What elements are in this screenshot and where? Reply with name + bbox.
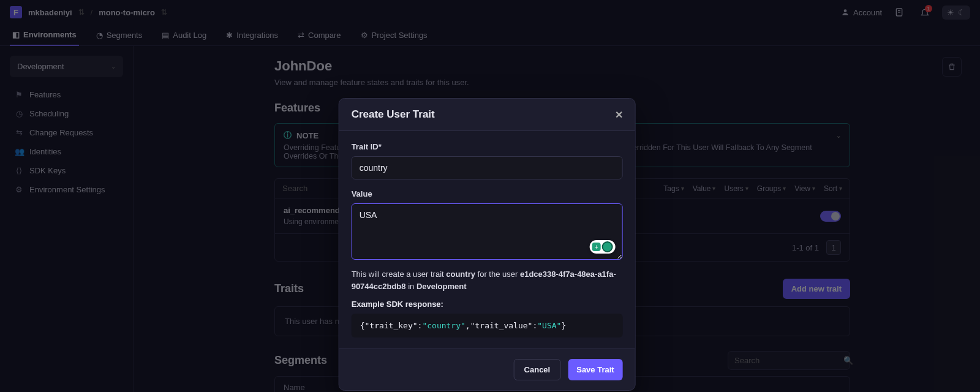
create-trait-modal: Create User Trait ✕ Trait ID* Value + Th… [339,98,636,391]
grammarly-icon[interactable]: + [590,240,616,254]
trait-id-label: Trait ID* [352,142,623,151]
example-label: Example SDK response: [352,300,623,309]
modal-title: Create User Trait [352,108,435,121]
cancel-button[interactable]: Cancel [514,359,561,380]
code-example: {"trait_key":"country","trait_value":"US… [352,314,623,337]
trait-id-input[interactable] [352,156,623,179]
trait-value-input[interactable] [352,203,623,260]
hint-text: This will create a user trait country fo… [352,268,623,292]
save-trait-button[interactable]: Save Trait [568,359,622,380]
value-label: Value [352,189,623,198]
close-icon[interactable]: ✕ [615,109,623,121]
